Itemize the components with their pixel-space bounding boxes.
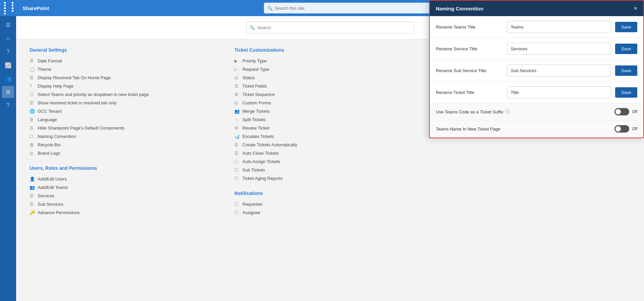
settings-label-auto-close: Auto Close Tickets: [242, 151, 279, 156]
settings-item-display-resolved[interactable]: ☰ Display Resolved Tab On Home Page: [30, 73, 221, 82]
modal-input-teams[interactable]: [507, 21, 611, 33]
settings-label-language: Language: [38, 117, 57, 122]
modal-save-teams-button[interactable]: Save: [615, 22, 637, 32]
settings-label-merge-tickets: Merge Tickets: [242, 109, 270, 114]
settings-item-merge-tickets[interactable]: 👥 Merge Tickets: [234, 107, 426, 115]
sidebar-settings-icon[interactable]: ⚙: [2, 86, 14, 98]
settings-item-date-format[interactable]: 🗓 Date Format: [30, 57, 221, 65]
modal-input-service[interactable]: [507, 43, 611, 55]
modal-save-ticket-button[interactable]: Save: [615, 87, 637, 98]
settings-item-request-type[interactable]: ▷ Request Type: [234, 65, 426, 73]
settings-item-sub-tickets[interactable]: ☐ Sub Tickets: [234, 166, 426, 174]
sidebar-chart-icon[interactable]: 📈: [2, 59, 14, 71]
settings-item-ticket-sequence[interactable]: ⚙ Ticket Sequence: [234, 90, 426, 99]
modal-save-service-button[interactable]: Save: [615, 44, 637, 54]
column-general: General Settings 🗓 Date Format ◯ Theme ☰…: [30, 47, 221, 225]
settings-item-services[interactable]: ☰ Services: [30, 192, 221, 200]
settings-item-priority-type[interactable]: ▶ Priority Type: [234, 57, 426, 65]
settings-item-brand-logo[interactable]: ◎ Brand Logo: [30, 149, 221, 157]
settings-label-sub-services: Sub Services: [38, 202, 63, 207]
sidebar-help-icon[interactable]: ?: [2, 46, 14, 58]
info-icon-teams-code: ⓘ: [505, 109, 510, 115]
settings-item-naming-convention[interactable]: ☐ Naming Convention: [30, 132, 221, 141]
settings-item-select-teams[interactable]: ☐ Select Teams and priority as dropdown …: [30, 90, 221, 99]
settings-item-assignee[interactable]: ☐ Assignee: [234, 208, 426, 217]
settings-item-split-tickets[interactable]: ↔ Split Tickets: [234, 115, 426, 124]
settings-item-custom-forms[interactable]: ◎ Custom Forms: [234, 99, 426, 107]
modal-close-button[interactable]: ×: [634, 5, 637, 11]
settings-label-gcc: GCC Tenant: [38, 109, 61, 114]
settings-item-review-ticket[interactable]: ⚙ Review Ticket: [234, 124, 426, 132]
settings-item-theme[interactable]: ◯ Theme: [30, 65, 221, 73]
settings-item-show-resolved[interactable]: ☰ Show resolved ticket in resolved tab o…: [30, 99, 221, 107]
settings-item-auto-close[interactable]: ☰ Auto Close Tickets: [234, 149, 426, 157]
settings-label-assignee: Assignee: [242, 210, 260, 215]
settings-label-naming-convention: Naming Convention: [38, 134, 76, 139]
settings-label-advance-permissions: Advance Permissions: [38, 210, 80, 215]
modal-header: Naming Convention ×: [430, 1, 643, 16]
settings-item-advance-permissions[interactable]: 🔑 Advance Permissions: [30, 208, 221, 217]
naming-convention-modal: Naming Convention × Rename Teams Title S…: [429, 0, 644, 138]
sidebar-icons: ☰ ⌂ ? 📈 👥 ⚙ ?: [0, 16, 16, 301]
date-format-icon: 🗓: [30, 58, 35, 63]
toggle-state-teams-code: Off: [632, 109, 637, 114]
settings-item-escalate-tickets[interactable]: 📊 Escalate Tickets: [234, 132, 426, 141]
modal-input-sub-service[interactable]: [507, 64, 611, 77]
theme-icon: ◯: [30, 67, 35, 72]
settings-item-hide-sharepoint[interactable]: ☰ Hide Sharepoint Page's Default Compone…: [30, 124, 221, 132]
sidebar-home-icon[interactable]: ⌂: [2, 32, 14, 44]
toggle-switch-teams-code[interactable]: [614, 108, 629, 115]
app-grid-icon[interactable]: [4, 2, 18, 14]
settings-label-split-tickets: Split Tickets: [242, 117, 266, 122]
modal-row-sub-service: Rename Sub Service Title Save: [430, 60, 643, 82]
notifications-section: Notifications ☐ Requester ☐ Assignee: [234, 191, 426, 217]
settings-label-add-edit-teams: Add/Edit Teams: [38, 185, 68, 190]
column-tickets: Ticket Customizations ▶ Priority Type ▷ …: [234, 47, 426, 225]
settings-label-add-edit-users: Add/Edit Users: [38, 177, 67, 182]
settings-label-custom-forms: Custom Forms: [242, 100, 271, 105]
settings-item-status[interactable]: ◎ Status: [234, 73, 426, 82]
settings-item-requester[interactable]: ☐ Requester: [234, 200, 426, 208]
assignee-icon: ☐: [234, 210, 240, 215]
settings-item-auto-assign[interactable]: ☐ Auto Assign Tickets: [234, 157, 426, 166]
general-settings-title: General Settings: [30, 47, 221, 53]
toggle-slider-teams-code: [614, 108, 629, 115]
settings-label-help-page: Display Help Page: [38, 84, 74, 89]
app-logo: SharePoint: [22, 5, 49, 11]
review-ticket-icon: ⚙: [234, 126, 240, 131]
settings-item-add-edit-users[interactable]: 👤 Add/Edit Users: [30, 175, 221, 183]
inner-search-input[interactable]: [246, 21, 414, 34]
toggle-switch-teams-name[interactable]: [614, 125, 629, 133]
sidebar-menu-icon[interactable]: ☰: [2, 19, 14, 31]
settings-label-create-tickets-auto: Create Tickets Automatically: [242, 142, 297, 147]
settings-item-ticket-fields[interactable]: ☰ Ticket Fields: [234, 82, 426, 90]
sidebar-question-icon[interactable]: ?: [2, 99, 14, 111]
settings-item-recycle-bin[interactable]: 🗑 Recycle Bin: [30, 141, 221, 149]
settings-item-gcc[interactable]: 🌐 GCC Tenant: [30, 107, 221, 115]
sidebar-users-icon[interactable]: 👥: [2, 72, 14, 85]
toggle-section: Use Teams Code as a Ticket Suffix ⓘ Off …: [430, 103, 643, 138]
merge-tickets-icon: 👥: [234, 109, 240, 114]
settings-label-ticket-sequence: Ticket Sequence: [242, 92, 275, 97]
top-search-wrapper: 🔍: [264, 3, 432, 13]
settings-item-help-page[interactable]: ? Display Help Page: [30, 82, 221, 90]
general-settings-section: General Settings 🗓 Date Format ◯ Theme ☰…: [30, 47, 221, 157]
modal-label-teams: Rename Teams Title: [436, 24, 503, 30]
modal-input-ticket[interactable]: [507, 86, 611, 98]
settings-item-ticket-aging[interactable]: ☐ Ticket Aging Reports: [234, 174, 426, 183]
brand-logo-icon: ◎: [30, 151, 35, 156]
settings-item-sub-services[interactable]: ☰ Sub Services: [30, 200, 221, 208]
add-edit-teams-icon: 👥: [30, 185, 35, 190]
top-search-input[interactable]: [264, 3, 432, 13]
gcc-icon: 🌐: [30, 109, 35, 114]
modal-row-service: Rename Service Title Save: [430, 38, 643, 60]
settings-item-language[interactable]: ⚙ Language: [30, 115, 221, 124]
settings-item-create-tickets-auto[interactable]: ☰ Create Tickets Automatically: [234, 141, 426, 149]
modal-save-sub-service-button[interactable]: Save: [615, 65, 637, 76]
advance-permissions-icon: 🔑: [30, 210, 35, 215]
settings-label-sub-tickets: Sub Tickets: [242, 167, 265, 172]
toggle-row-teams-code: Use Teams Code as a Ticket Suffix ⓘ Off: [436, 103, 637, 120]
settings-label-status: Status: [242, 75, 255, 80]
settings-item-add-edit-teams[interactable]: 👥 Add/Edit Teams: [30, 183, 221, 192]
escalate-tickets-icon: 📊: [234, 134, 240, 139]
